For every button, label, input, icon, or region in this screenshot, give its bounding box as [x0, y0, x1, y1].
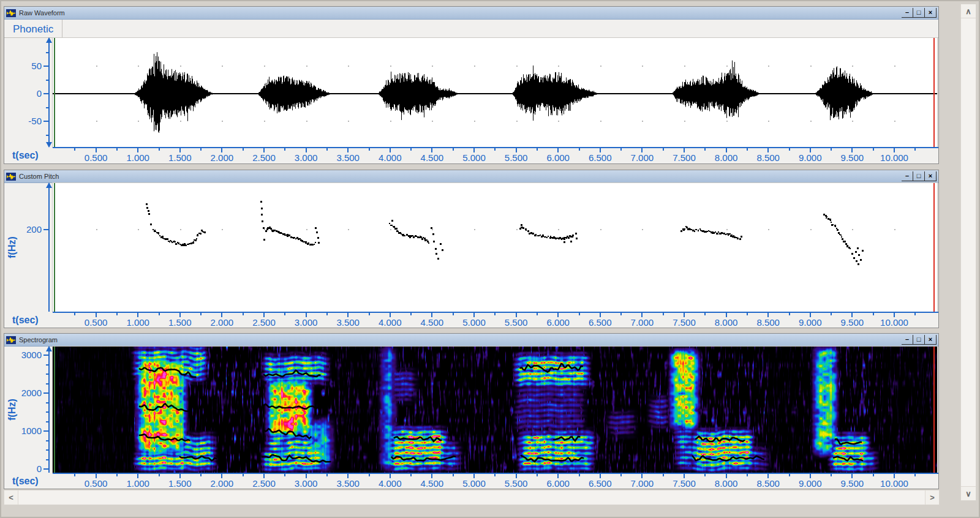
x-tick	[641, 474, 643, 478]
waveform-plot[interactable]	[53, 38, 937, 147]
maximize-button[interactable]: □	[913, 8, 925, 18]
scroll-up-button[interactable]: ∧	[961, 4, 976, 18]
x-tick	[347, 474, 349, 478]
x-tick	[347, 148, 349, 152]
titlebar-spectrogram[interactable]: Spectrogram – □ ×	[4, 334, 938, 347]
x-tick-label: 2.000	[202, 317, 241, 328]
x-minor-tick	[914, 148, 916, 151]
x-minor-tick	[200, 313, 202, 315]
x-tick	[179, 313, 181, 317]
x-tick	[263, 148, 265, 152]
waveform-y-axis: 500-50	[4, 38, 53, 147]
x-tick	[810, 148, 811, 152]
window-title: Custom Pitch	[19, 173, 59, 180]
x-minor-tick	[704, 474, 706, 476]
x-tick	[726, 313, 727, 317]
x-minor-tick	[620, 474, 622, 476]
y-minor-tick	[46, 52, 48, 53]
x-minor-tick	[116, 148, 118, 151]
x-tick	[684, 148, 685, 152]
x-tick-label: 5.500	[497, 478, 536, 489]
x-tick-label: 1.000	[118, 152, 157, 163]
titlebar-raw-waveform[interactable]: Raw Waveform – □ ×	[4, 7, 938, 20]
y-tick	[43, 229, 48, 230]
y-minor-tick	[46, 440, 48, 441]
x-tick	[137, 313, 138, 317]
x-tick-label: 7.000	[622, 478, 662, 489]
x-tick	[894, 474, 895, 478]
x-tick	[390, 313, 391, 317]
x-minor-tick	[789, 148, 790, 151]
close-button[interactable]: ×	[925, 335, 937, 345]
horizontal-scrollbar[interactable]: < >	[4, 490, 940, 505]
titlebar-custom-pitch[interactable]: Custom Pitch – □ ×	[4, 170, 938, 183]
x-tick	[726, 474, 727, 478]
minimize-button[interactable]: –	[902, 171, 913, 181]
x-tick-label: 1.000	[118, 478, 157, 489]
x-tick-label: 8.000	[707, 478, 746, 489]
x-minor-tick	[326, 313, 328, 315]
spectrogram-plot[interactable]	[53, 347, 937, 473]
x-minor-tick	[453, 313, 454, 315]
x-minor-tick	[494, 148, 496, 151]
x-tick-label: 5.000	[454, 317, 494, 328]
minimize-button[interactable]: –	[902, 8, 913, 18]
x-tick	[684, 474, 685, 478]
x-tick	[767, 313, 769, 317]
x-tick	[431, 148, 432, 152]
pitch-plot[interactable]	[53, 183, 937, 312]
x-tick-label: 8.500	[748, 152, 788, 163]
x-tick	[894, 148, 895, 152]
y-minor-tick	[46, 402, 48, 404]
x-minor-tick	[914, 474, 916, 476]
x-tick	[810, 474, 811, 478]
maximize-button[interactable]: □	[913, 171, 925, 181]
x-tick	[263, 474, 265, 478]
x-tick	[767, 148, 769, 152]
y-tick	[43, 121, 48, 122]
x-tick-label: 6.000	[538, 152, 578, 163]
y-tick	[43, 355, 48, 356]
window-controls: – □ ×	[902, 171, 937, 181]
close-button[interactable]: ×	[925, 171, 937, 181]
close-button[interactable]: ×	[925, 8, 937, 18]
x-tick-label: 7.500	[665, 478, 704, 489]
x-minor-tick	[663, 313, 664, 315]
x-minor-tick	[243, 313, 244, 315]
x-tick	[851, 474, 853, 478]
x-tick-label: 4.000	[371, 317, 410, 328]
x-tick-label: 8.000	[707, 152, 746, 163]
x-tick-label: 8.000	[707, 317, 746, 328]
x-minor-tick	[284, 474, 285, 476]
y-axis-line	[48, 183, 50, 312]
x-minor-tick	[663, 148, 664, 151]
tab-phonetic[interactable]: Phonetic	[4, 20, 62, 37]
x-tick	[600, 474, 601, 478]
x-tick	[810, 313, 811, 317]
x-tick	[851, 313, 853, 317]
x-tick	[306, 474, 307, 478]
scroll-down-button[interactable]: ∨	[961, 486, 976, 500]
x-tick-label: 1.500	[160, 317, 200, 328]
minimize-button[interactable]: –	[902, 335, 913, 345]
x-minor-tick	[789, 474, 790, 476]
x-minor-tick	[453, 148, 454, 151]
x-minor-tick	[326, 474, 328, 476]
x-minor-tick	[74, 148, 75, 151]
maximize-button[interactable]: □	[913, 335, 925, 345]
waveform-x-axis: t(sec) 0.5001.0001.5002.0002.5003.0003.5…	[4, 147, 938, 164]
x-tick	[726, 148, 727, 152]
x-tick-label: 2.500	[244, 152, 284, 163]
x-minor-tick	[284, 148, 285, 151]
window-spectrogram: Spectrogram – □ × f(Hz) 3000200010000 t(…	[4, 333, 939, 489]
x-tick	[306, 313, 307, 317]
frequency-axis-label: f(Hz)	[6, 347, 19, 473]
scroll-right-button[interactable]: >	[925, 490, 939, 505]
x-minor-tick	[159, 148, 160, 151]
x-tick	[516, 474, 517, 478]
y-tick	[43, 468, 48, 470]
window-controls: – □ ×	[902, 8, 937, 18]
vertical-scrollbar[interactable]: ∧ ∨	[960, 4, 976, 501]
scroll-left-button[interactable]: <	[4, 490, 18, 505]
x-minor-tick	[326, 148, 328, 151]
